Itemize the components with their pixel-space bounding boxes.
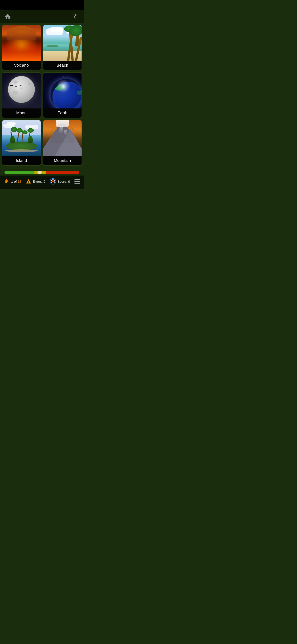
card-beach[interactable]: Beach xyxy=(43,24,82,70)
flame-icon xyxy=(3,178,10,184)
of-label: of xyxy=(14,180,17,183)
progress-green xyxy=(4,171,36,174)
card-mountain[interactable]: Mountain xyxy=(43,120,82,166)
card-island-label: Island xyxy=(2,156,41,165)
menu-line-2 xyxy=(74,181,80,182)
card-beach-label: Beach xyxy=(43,61,82,70)
top-nav xyxy=(0,10,84,23)
card-beach-image xyxy=(43,25,82,61)
card-earth[interactable]: Earth xyxy=(43,72,82,118)
card-volcano[interactable]: Volcano xyxy=(2,24,41,70)
home-button[interactable] xyxy=(3,12,12,20)
card-earth-label: Earth xyxy=(43,108,82,118)
score-label: Score: 0 xyxy=(57,180,70,183)
menu-line-1 xyxy=(74,179,80,180)
card-mountain-image xyxy=(43,120,82,156)
progress-stat: 1 of 17 xyxy=(3,178,21,184)
bottom-bar: 1 of 17 ! Errors: 0 Score: 0 xyxy=(0,176,84,189)
card-grid: Volcano xyxy=(0,23,84,168)
card-moon[interactable]: Moon xyxy=(2,72,41,118)
errors-label: Errors: 0 xyxy=(33,180,46,183)
progress-area xyxy=(0,168,84,176)
menu-line-3 xyxy=(74,183,80,184)
score-stat: Score: 0 xyxy=(50,178,70,184)
progress-thumb[interactable] xyxy=(37,171,42,174)
status-bar xyxy=(0,0,84,10)
back-button[interactable] xyxy=(72,12,80,20)
card-volcano-image xyxy=(2,25,41,61)
card-mountain-label: Mountain xyxy=(43,156,82,165)
progress-count: 1 of 17 xyxy=(11,180,21,183)
svg-marker-0 xyxy=(5,14,10,19)
menu-button[interactable] xyxy=(74,179,80,184)
progress-track[interactable] xyxy=(4,171,79,174)
card-volcano-label: Volcano xyxy=(2,61,41,70)
target-icon xyxy=(50,178,56,184)
card-island-image xyxy=(2,120,41,156)
errors-stat: ! Errors: 0 xyxy=(26,179,46,184)
svg-text:!: ! xyxy=(28,181,29,183)
score-value: 0 xyxy=(68,180,70,183)
card-moon-label: Moon xyxy=(2,108,41,118)
warning-icon: ! xyxy=(26,179,31,184)
card-moon-image xyxy=(2,73,41,108)
card-island[interactable]: Island xyxy=(2,120,41,166)
card-earth-image xyxy=(43,73,82,108)
errors-value: 0 xyxy=(43,180,45,183)
